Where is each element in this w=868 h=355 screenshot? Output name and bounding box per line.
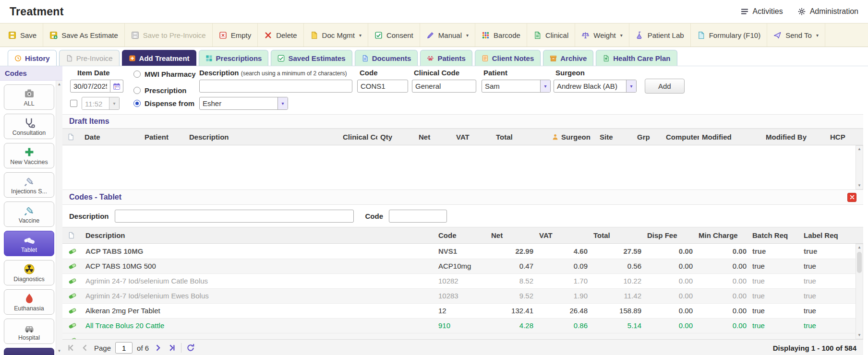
- toolbar-button-empty[interactable]: Empty ▾: [213, 24, 258, 47]
- radio-option-dispense-from[interactable]: Dispense from: [133, 97, 196, 110]
- sidebar-scrollbar[interactable]: ▲ ▼: [56, 81, 62, 355]
- sidebar-item-diagnostics[interactable]: Diagnostics: [4, 260, 54, 285]
- radio-option-mwi-pharmacy[interactable]: MWI Pharmacy: [133, 68, 196, 81]
- codes-scrollbar[interactable]: ▲ ▼: [856, 244, 863, 339]
- column-header-vat[interactable]: VAT: [453, 129, 493, 145]
- column-header-disp-fee[interactable]: Disp Fee: [644, 227, 696, 244]
- filter-description-input[interactable]: [115, 210, 354, 223]
- column-header-min-charge[interactable]: Min Charge: [696, 227, 749, 244]
- toolbar-button-barcode[interactable]: Barcode ▾: [475, 24, 527, 47]
- sidebar-item-tablet[interactable]: Tablet: [4, 231, 54, 256]
- tab-archive[interactable]: Archive: [543, 50, 593, 66]
- sidebar-item-euthanasia[interactable]: Euthanasia: [4, 289, 54, 315]
- toolbar-button-doc-mgmt[interactable]: Doc Mgmt ▾: [304, 24, 368, 47]
- toolbar-button-save-to-pre-invoice[interactable]: Save to Pre-Invoice ▾: [125, 24, 213, 47]
- scroll-up-icon[interactable]: ▲: [857, 245, 861, 250]
- toolbar-button-clinical[interactable]: Clinical ▾: [527, 24, 575, 47]
- column-header-code[interactable]: Code: [435, 227, 488, 244]
- tab-saved-estimates[interactable]: Saved Estimates: [271, 50, 352, 66]
- column-header-net[interactable]: Net: [416, 129, 453, 145]
- column-header-net[interactable]: Net: [488, 227, 536, 244]
- column-header-description[interactable]: Description: [186, 129, 340, 145]
- toolbar-button-save[interactable]: Save ▾: [2, 24, 43, 47]
- scroll-up-icon[interactable]: ▲: [58, 82, 61, 87]
- topbar-link-administration[interactable]: Administration: [797, 7, 858, 16]
- scrollbar-thumb[interactable]: [857, 252, 862, 273]
- column-header-surgeon[interactable]: Surgeon: [549, 129, 597, 145]
- toolbar-button-weight[interactable]: Weight ▾: [575, 24, 629, 47]
- draft-scrollbar[interactable]: ▲ ▼: [856, 145, 863, 189]
- calendar-button[interactable]: [110, 80, 123, 93]
- column-header-date[interactable]: Date: [82, 129, 142, 145]
- tab-health-care-plan[interactable]: Health Care Plan: [596, 50, 677, 66]
- column-header-total[interactable]: Total: [493, 129, 549, 145]
- first-page-button[interactable]: [66, 343, 76, 353]
- toolbar-button-manual[interactable]: Manual ▾: [420, 24, 475, 47]
- column-header-vat[interactable]: VAT: [536, 227, 591, 244]
- column-header-grp[interactable]: Grp: [634, 129, 663, 145]
- table-row[interactable]: Alkeran 2mg Per Tablet 12 132.41 26.48 1…: [62, 303, 863, 318]
- sidebar-item-all[interactable]: ALL: [4, 84, 54, 110]
- tab-documents[interactable]: Documents: [355, 50, 418, 66]
- refresh-button[interactable]: [186, 343, 195, 353]
- tab-client-notes[interactable]: Client Notes: [475, 50, 541, 66]
- column-header-label-req[interactable]: Label Req: [801, 227, 863, 244]
- time-input[interactable]: [82, 97, 109, 110]
- sidebar-item-new-vaccines[interactable]: New Vaccines: [4, 143, 54, 168]
- column-header-modified-by[interactable]: Modified By: [763, 129, 827, 145]
- tab-patients[interactable]: Patients: [420, 50, 472, 66]
- next-page-button[interactable]: [153, 343, 163, 353]
- filter-code-input[interactable]: [389, 210, 447, 223]
- tab-pre-invoice[interactable]: Pre-Invoice: [59, 50, 120, 66]
- column-header-site[interactable]: Site: [597, 129, 634, 145]
- tab-add-treatment[interactable]: Add Treatment: [122, 50, 196, 66]
- patient-select[interactable]: Sam ▾: [482, 80, 551, 93]
- toolbar-button-consent[interactable]: Consent ▾: [368, 24, 420, 47]
- table-row[interactable]: ACP TABS 10MG NVS1 22.99 4.60 27.59 0.00…: [62, 244, 863, 259]
- toolbar-button-formulary-f10[interactable]: Formulary (F10) ▾: [691, 24, 768, 47]
- table-row[interactable]: ACP TABS 10MG 500 ACP10mg 0.47 0.09 0.56…: [62, 259, 863, 273]
- page-input[interactable]: [115, 342, 133, 354]
- column-header-total[interactable]: Total: [591, 227, 644, 244]
- radio-option-prescription[interactable]: Prescription: [133, 84, 196, 97]
- table-row[interactable]: Agrimin 24-7 Iod/selenium Ewes Bolus 102…: [62, 288, 863, 303]
- sidebar-item-vaccine[interactable]: Vaccine: [4, 201, 54, 227]
- scroll-up-icon[interactable]: ▲: [857, 146, 861, 152]
- add-button[interactable]: Add: [645, 79, 685, 94]
- column-header-batch-req[interactable]: Batch Req: [749, 227, 801, 244]
- column-header-qty[interactable]: Qty: [377, 129, 416, 145]
- toolbar-button-delete[interactable]: Delete ▾: [258, 24, 303, 47]
- scroll-down-icon[interactable]: ▼: [58, 348, 61, 354]
- sidebar-item-hospital[interactable]: Hospital: [4, 319, 54, 344]
- code-input[interactable]: [357, 80, 408, 93]
- toolbar-button-save-as-estimate[interactable]: Save As Estimate ▾: [43, 24, 125, 47]
- time-checkbox[interactable]: [70, 100, 77, 107]
- prev-page-button[interactable]: [80, 343, 90, 353]
- last-page-button[interactable]: [167, 343, 177, 353]
- time-caret-icon[interactable]: ▾: [109, 97, 119, 109]
- toolbar-button-patient-lab[interactable]: Patient Lab ▾: [629, 24, 691, 47]
- scroll-down-icon[interactable]: ▼: [857, 183, 861, 189]
- item-date-input[interactable]: [70, 80, 110, 93]
- dispense-from-select[interactable]: Esher ▾: [199, 97, 288, 110]
- scroll-down-icon[interactable]: ▼: [857, 332, 861, 338]
- table-row[interactable]: Agrimin 24-7 Iod/selenium Catle Bolus 10…: [62, 273, 863, 288]
- close-codes-button[interactable]: [847, 193, 856, 202]
- tab-history[interactable]: History: [8, 50, 57, 66]
- topbar-link-activities[interactable]: Activities: [740, 7, 783, 16]
- tab-prescriptions[interactable]: Prescriptions: [199, 50, 269, 66]
- table-row-partial[interactable]: [62, 333, 863, 339]
- column-header-hcp[interactable]: HCP: [827, 129, 863, 145]
- column-header-patient[interactable]: Patient: [142, 129, 186, 145]
- column-header-clinical-code[interactable]: Clinical Code: [340, 129, 377, 145]
- description-search-input[interactable]: [199, 80, 352, 93]
- surgeon-select[interactable]: Andrew Black (AB) ▾: [554, 80, 637, 93]
- sidebar-item-consultation[interactable]: Consultation: [4, 114, 54, 139]
- column-header-computer[interactable]: Computer: [663, 129, 699, 145]
- column-header-description[interactable]: Description: [83, 227, 435, 244]
- toolbar-button-send-to[interactable]: Send To ▾: [767, 24, 825, 47]
- clinical-code-input[interactable]: [412, 80, 476, 93]
- column-header-modified[interactable]: Modified: [699, 129, 763, 145]
- sidebar-item-injections-s[interactable]: Injections S...: [4, 172, 54, 198]
- table-row[interactable]: All Trace Bolus 20 Cattle 910 4.28 0.86 …: [62, 318, 863, 333]
